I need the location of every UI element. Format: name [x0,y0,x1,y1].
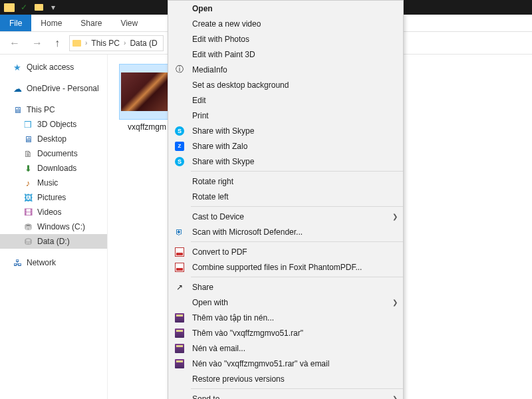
ctx-mediainfo[interactable]: ⓘMediaInfo [168,62,403,77]
desktop-icon: 🖥 [23,134,33,144]
ctx-share-zalo[interactable]: ZShare with Zalo [168,138,403,154]
info-icon: ⓘ [174,65,185,75]
ctx-open[interactable]: Open [168,1,403,16]
ctx-share[interactable]: ↗Share [168,279,403,295]
sidebar-label: Data (D:) [37,237,70,246]
chevron-right-icon: ❯ [392,299,398,306]
sidebar-item-desktop[interactable]: 🖥 Desktop [0,132,107,146]
ctx-share-skype-2[interactable]: SShare with Skype [168,154,403,169]
nav-back-button[interactable]: ← [7,36,23,51]
thumbnail-selected [119,64,175,120]
sidebar-item-thispc[interactable]: 🖥 This PC [0,102,107,117]
sidebar-label: Desktop [37,134,66,144]
cloud-icon: ☁ [12,83,23,94]
sidebar-label: Videos [37,207,61,217]
folder-icon [4,2,15,13]
download-icon: ⬇ [23,163,33,174]
folder-icon [33,2,44,13]
ctx-edit-with-photos[interactable]: Edit with Photos [168,31,403,47]
pdf-icon [174,247,185,257]
archive-icon [174,343,185,354]
sidebar-label: 3D Objects [37,120,76,129]
document-icon: 🗎 [23,148,33,159]
sidebar-item-windows-drive[interactable]: ⛃ Windows (C:) [0,219,107,234]
sidebar-item-network[interactable]: 🖧 Network [0,255,107,270]
ctx-rar-email[interactable]: Nén và email... [168,340,403,356]
ctx-print[interactable]: Print [168,108,403,123]
ctx-share-skype[interactable]: SShare with Skype [168,123,403,138]
ribbon-home-tab[interactable]: Home [31,15,71,31]
sidebar-label: Documents [37,149,78,158]
cube-icon: ❒ [23,119,33,130]
image-thumbnail [121,72,173,111]
shield-icon: ⛨ [174,227,185,237]
ctx-restore-previous[interactable]: Restore previous versions [168,371,403,386]
separator [191,206,403,207]
monitor-icon: 🖥 [12,104,23,115]
ctx-rar-email-named[interactable]: Nén vào "vxqffzmgmvo51.rar" và email [168,356,403,371]
sidebar-label: OneDrive - Personal [27,84,99,93]
pdf-icon [174,262,185,273]
ctx-send-to[interactable]: Send to❯ [168,391,403,399]
sidebar-label: Pictures [37,193,66,202]
sidebar-item-3d-objects[interactable]: ❒ 3D Objects [0,117,107,132]
sidebar-label: Downloads [37,164,76,173]
qat-overflow-icon[interactable]: ▾ [48,2,59,13]
chevron-right-icon[interactable]: › [84,39,88,47]
nav-up-button[interactable]: ↑ [52,36,63,51]
ctx-convert-pdf[interactable]: Convert to PDF [168,244,403,259]
ribbon-view-tab[interactable]: View [111,15,147,31]
sidebar-item-quick-access[interactable]: ★ Quick access [0,60,107,74]
ribbon-share-tab[interactable]: Share [71,15,111,31]
folder-icon [72,40,81,47]
archive-icon [174,328,185,338]
path-segment-pc[interactable]: This PC [88,39,122,48]
ctx-cast-to-device[interactable]: Cast to Device❯ [168,209,403,224]
nav-forward-button[interactable]: → [29,36,45,51]
ctx-edit[interactable]: Edit [168,92,403,108]
skype-icon: S [174,156,185,167]
picture-icon: 🖼 [23,192,33,203]
sidebar-item-onedrive[interactable]: ☁ OneDrive - Personal [0,81,107,96]
ctx-edit-with-paint3d[interactable]: Edit with Paint 3D [168,47,403,62]
sidebar-label: Network [27,258,56,267]
drive-icon: ⛃ [23,221,33,232]
video-icon: 🎞 [23,207,33,217]
separator [191,241,403,242]
separator [191,277,403,277]
share-icon: ↗ [174,282,185,293]
ctx-rotate-left[interactable]: Rotate left [168,189,403,204]
skype-icon: S [174,126,185,136]
music-icon: ♪ [23,178,33,188]
address-bar[interactable]: › This PC › Data (D [69,35,164,51]
sidebar-item-pictures[interactable]: 🖼 Pictures [0,190,107,205]
sidebar-label: Windows (C:) [37,222,85,231]
sidebar-label: This PC [27,105,55,114]
ctx-open-with[interactable]: Open with❯ [168,295,403,310]
sidebar-item-documents[interactable]: 🗎 Documents [0,146,107,161]
zalo-icon: Z [174,141,185,152]
separator [191,388,403,389]
ctx-create-new-video[interactable]: Create a new video [168,16,403,31]
ctx-rotate-right[interactable]: Rotate right [168,174,403,189]
drive-icon: ⛁ [23,236,33,247]
network-icon: 🖧 [12,257,23,268]
ctx-set-desktop-background[interactable]: Set as desktop background [168,77,403,92]
sidebar-label: Quick access [27,63,74,72]
chevron-right-icon[interactable]: › [122,39,127,47]
qat-save-icon[interactable]: ✓ [19,2,29,13]
sidebar-item-data-drive[interactable]: ⛁ Data (D:) [0,234,107,249]
ctx-combine-foxit[interactable]: Combine supported files in Foxit Phantom… [168,259,403,275]
ctx-rar-add[interactable]: Thêm vào tập tin nén... [168,310,403,325]
sidebar-item-downloads[interactable]: ⬇ Downloads [0,161,107,176]
ctx-rar-add-named[interactable]: Thêm vào "vxqffzmgmvo51.rar" [168,325,403,340]
navigation-tree: ★ Quick access ☁ OneDrive - Personal 🖥 T… [0,55,108,399]
path-segment-drive[interactable]: Data (D [127,39,160,48]
sidebar-item-videos[interactable]: 🎞 Videos [0,205,107,219]
chevron-right-icon: ❯ [392,213,398,220]
sidebar-item-music[interactable]: ♪ Music [0,176,107,190]
ribbon-file-tab[interactable]: File [0,15,31,31]
archive-icon [174,313,185,323]
chevron-right-icon: ❯ [392,395,398,399]
ctx-scan-defender[interactable]: ⛨Scan with Microsoft Defender... [168,224,403,239]
